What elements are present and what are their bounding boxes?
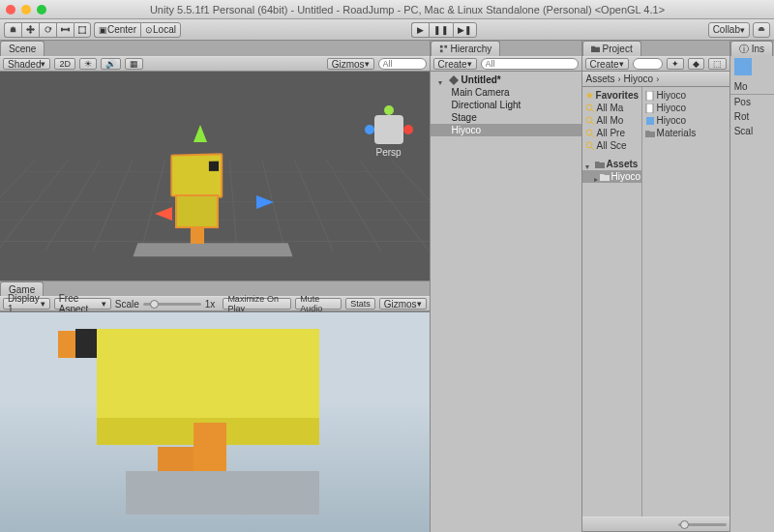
svg-rect-2 bbox=[61, 28, 63, 32]
move-tool-button[interactable] bbox=[21, 22, 39, 38]
crumb-item[interactable]: Assets bbox=[586, 74, 615, 84]
svg-rect-18 bbox=[646, 117, 654, 125]
favorite-item[interactable]: All Pre bbox=[582, 127, 641, 139]
orientation-gizmo[interactable]: Persp bbox=[360, 115, 418, 168]
hierarchy-tab[interactable]: Hierarchy bbox=[431, 41, 501, 56]
playback-group: ▶ ❚❚ ▶❚ bbox=[411, 22, 477, 38]
pivot-local-label: Local bbox=[153, 24, 176, 35]
hierarchy-item[interactable]: Directional Light bbox=[431, 99, 581, 111]
rotate-tool-button[interactable] bbox=[39, 22, 56, 38]
stage-object bbox=[133, 243, 292, 256]
scene-viewport[interactable]: Persp bbox=[0, 72, 430, 281]
asset-item[interactable]: Hiyoco bbox=[642, 102, 729, 114]
scene-root-row[interactable]: Untitled* bbox=[431, 74, 581, 86]
gizmo-y-arrow-icon[interactable] bbox=[194, 118, 207, 142]
cloud-button[interactable] bbox=[753, 22, 770, 38]
asset-item-folder[interactable]: Materials bbox=[642, 127, 729, 139]
svg-rect-9 bbox=[439, 45, 442, 48]
gizmo-z-arrow-icon[interactable] bbox=[148, 207, 172, 221]
hierarchy-item[interactable]: Main Camera bbox=[431, 86, 581, 99]
step-button[interactable]: ▶❚ bbox=[453, 22, 477, 38]
scene-search-input[interactable] bbox=[378, 58, 427, 70]
project-zoom-slider[interactable] bbox=[678, 523, 727, 526]
collab-label: Collab bbox=[713, 24, 740, 35]
play-button[interactable]: ▶ bbox=[411, 22, 429, 38]
svg-rect-1 bbox=[62, 29, 69, 31]
scale-tool-button[interactable] bbox=[56, 22, 74, 38]
scene-light-toggle[interactable]: ☀ bbox=[79, 58, 97, 70]
favorites-header[interactable]: ★Favorites bbox=[582, 89, 641, 102]
favorite-item[interactable]: All Ma bbox=[582, 102, 641, 114]
project-create-button[interactable]: Create ▾ bbox=[585, 58, 629, 70]
project-search-input[interactable] bbox=[633, 58, 663, 70]
display-dropdown[interactable]: Display 1 ▾ bbox=[3, 298, 50, 310]
transform-pos[interactable]: Pos bbox=[730, 95, 774, 109]
project-asset-list: Hiyoco Hiyoco Hiyoco Materials bbox=[642, 87, 729, 517]
rect-tool-button[interactable] bbox=[74, 22, 91, 38]
transform-rot[interactable]: Rot bbox=[730, 109, 774, 124]
inspector-panel: ⓘ Ins Mo Pos Rot Scal bbox=[730, 41, 774, 532]
svg-point-7 bbox=[78, 32, 80, 34]
project-filter-icon[interactable]: ✦ bbox=[667, 58, 684, 70]
scale-slider[interactable] bbox=[143, 303, 201, 306]
minimize-window-icon[interactable] bbox=[21, 5, 31, 15]
svg-rect-4 bbox=[79, 26, 85, 32]
window-title: Unity 5.5.1f1 Personal (64bit) - Untitle… bbox=[46, 4, 768, 15]
hierarchy-item-selected[interactable]: Hiyoco bbox=[431, 124, 581, 136]
asset-item-prefab[interactable]: Hiyoco bbox=[642, 114, 729, 127]
assets-header[interactable]: Assets bbox=[582, 158, 641, 170]
main-toolbar: ▣ Center ⊙ Local ▶ ❚❚ ▶❚ Collab ▾ bbox=[0, 19, 774, 41]
scene-gizmos-dropdown[interactable]: Gizmos ▾ bbox=[327, 58, 374, 70]
scale-value: 1x bbox=[205, 299, 216, 310]
aspect-dropdown[interactable]: Free Aspect ▾ bbox=[54, 298, 111, 310]
asset-item[interactable]: Hiyoco bbox=[642, 89, 729, 102]
svg-point-5 bbox=[78, 26, 80, 28]
shading-mode-dropdown[interactable]: Shaded ▾ bbox=[3, 58, 50, 70]
inspector-mo-row[interactable]: Mo bbox=[730, 79, 774, 94]
transform-scale[interactable]: Scal bbox=[730, 124, 774, 138]
hierarchy-create-button[interactable]: Create ▾ bbox=[433, 58, 477, 70]
svg-rect-16 bbox=[646, 91, 653, 101]
project-folder-tree: ★Favorites All Ma All Mo All Pre All Sce… bbox=[582, 87, 642, 517]
hierarchy-search-input[interactable] bbox=[481, 58, 579, 70]
maximize-window-icon[interactable] bbox=[37, 5, 46, 15]
scene-tab[interactable]: Scene bbox=[0, 41, 45, 56]
favorite-item[interactable]: All Mo bbox=[582, 114, 641, 127]
maximize-toggle[interactable]: Maximize On Play bbox=[223, 298, 291, 310]
project-tab[interactable]: Project bbox=[582, 41, 641, 56]
pivot-toggle-group: ▣ Center ⊙ Local bbox=[94, 22, 181, 38]
pivot-center-label: Center bbox=[107, 24, 136, 35]
hand-tool-button[interactable] bbox=[4, 22, 21, 38]
gizmo-x-arrow-icon[interactable] bbox=[256, 195, 281, 209]
stats-toggle[interactable]: Stats bbox=[345, 298, 375, 310]
pivot-local-button[interactable]: ⊙ Local bbox=[140, 22, 181, 38]
asset-folder-selected[interactable]: Hiyoco bbox=[582, 170, 641, 183]
inspector-tab[interactable]: ⓘ Ins bbox=[730, 41, 773, 56]
transform-tool-group bbox=[4, 22, 91, 38]
svg-point-6 bbox=[84, 26, 86, 28]
svg-point-8 bbox=[84, 32, 86, 34]
pivot-center-button[interactable]: ▣ Center bbox=[94, 22, 140, 38]
mode-2d-toggle[interactable]: 2D bbox=[54, 58, 75, 70]
scene-fx-toggle[interactable]: ▦ bbox=[125, 58, 143, 70]
traffic-lights bbox=[6, 5, 46, 15]
inspector-icon-row bbox=[730, 56, 774, 79]
project-label-icon[interactable]: ◆ bbox=[688, 58, 704, 70]
collab-button[interactable]: Collab ▾ bbox=[708, 22, 750, 38]
project-save-icon[interactable]: ⬚ bbox=[708, 58, 727, 70]
hierarchy-item[interactable]: Stage bbox=[431, 111, 581, 124]
projection-label: Persp bbox=[376, 147, 402, 158]
game-toolbar: Display 1 ▾ Free Aspect ▾ Scale 1x Maxim… bbox=[0, 296, 430, 311]
game-viewport[interactable] bbox=[0, 311, 430, 532]
favorite-item[interactable]: All Sce bbox=[582, 139, 641, 152]
scene-audio-toggle[interactable]: 🔊 bbox=[101, 58, 121, 70]
project-panel: Project Create ▾ ✦ ◆ ⬚ Assets › Hiyoco ›… bbox=[582, 41, 730, 532]
game-gizmos-dropdown[interactable]: Gizmos ▾ bbox=[379, 298, 427, 310]
svg-rect-19 bbox=[734, 58, 752, 75]
svg-rect-17 bbox=[646, 103, 653, 113]
pause-button[interactable]: ❚❚ bbox=[429, 22, 453, 38]
crumb-item[interactable]: Hiyoco bbox=[624, 74, 654, 84]
scale-label: Scale bbox=[115, 299, 139, 310]
close-window-icon[interactable] bbox=[6, 5, 15, 15]
mute-toggle[interactable]: Mute Audio bbox=[295, 298, 342, 310]
